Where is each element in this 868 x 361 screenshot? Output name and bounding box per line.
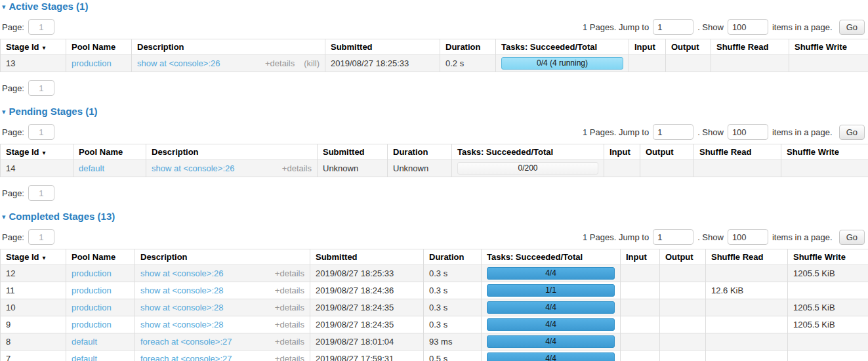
column-header-stage-id[interactable]: Stage Id▾	[1, 39, 66, 55]
details-link[interactable]: +details	[275, 286, 304, 295]
column-header-label: Shuffle Write	[795, 42, 847, 52]
go-button[interactable]: Go	[839, 230, 865, 245]
go-button[interactable]: Go	[839, 125, 865, 140]
pool-name-link[interactable]: production	[72, 58, 112, 68]
table-body: 14defaultshow at <console>:26+detailsUnk…	[1, 160, 868, 177]
show-size-input[interactable]	[728, 124, 768, 140]
cell-shuffle-read	[706, 350, 788, 361]
column-header-shuffle-read[interactable]: Shuffle Read	[706, 249, 788, 265]
description-link[interactable]: show at <console>:28	[140, 320, 223, 329]
description-link[interactable]: foreach at <console>:27	[140, 337, 232, 347]
column-header-pool-name[interactable]: Pool Name	[73, 144, 146, 160]
column-header-submitted[interactable]: Submitted	[325, 39, 440, 55]
column-header-stage-id[interactable]: Stage Id▾	[1, 249, 66, 265]
jump-to-input[interactable]	[653, 229, 693, 245]
page-input[interactable]	[28, 19, 54, 35]
column-header-output[interactable]: Output	[660, 249, 706, 265]
section-heading-pending[interactable]: ▾Pending Stages (1)	[2, 106, 868, 117]
page-input[interactable]	[28, 124, 54, 140]
cell-shuffle-read	[711, 55, 789, 72]
column-header-label: Duration	[429, 252, 464, 262]
details-link[interactable]: +details	[275, 268, 304, 278]
pool-name-link[interactable]: default	[79, 163, 104, 173]
column-header-description[interactable]: Description	[135, 249, 310, 265]
column-header-label: Description	[140, 252, 188, 262]
pager-left: Page:	[2, 124, 54, 140]
cell-duration: 0.5 s	[424, 350, 482, 361]
page-input[interactable]	[28, 229, 54, 245]
pool-name-link[interactable]: production	[72, 303, 112, 312]
description-link[interactable]: show at <console>:26	[140, 268, 223, 278]
column-header-shuffle-write[interactable]: Shuffle Write	[781, 144, 868, 160]
column-header-label: Output	[646, 147, 674, 157]
description-link[interactable]: show at <console>:28	[140, 303, 223, 312]
page-input[interactable]	[28, 185, 54, 201]
cell-output	[660, 282, 706, 299]
section-heading-active[interactable]: ▾Active Stages (1)	[2, 1, 868, 12]
column-header-input[interactable]: Input	[604, 144, 640, 160]
column-header-tasks[interactable]: Tasks: Succeeded/Total	[496, 39, 629, 55]
pages-jump-label: 1 Pages. Jump to	[583, 127, 649, 137]
description-link[interactable]: show at <console>:28	[140, 286, 223, 295]
page-label: Page:	[2, 83, 24, 93]
description-link[interactable]: show at <console>:26	[137, 58, 220, 68]
go-button[interactable]: Go	[839, 20, 865, 35]
column-header-shuffle-read[interactable]: Shuffle Read	[694, 144, 781, 160]
details-link[interactable]: +details	[275, 354, 304, 361]
show-size-input[interactable]	[728, 19, 768, 35]
cell-shuffle-write: 1205.5 KiB	[788, 265, 868, 282]
column-header-output[interactable]: Output	[640, 144, 694, 160]
jump-to-input[interactable]	[653, 124, 693, 140]
tasks-progress-label: 4/4	[545, 337, 556, 346]
column-header-pool-name[interactable]: Pool Name	[66, 39, 132, 55]
jump-to-input[interactable]	[653, 19, 693, 35]
details-link[interactable]: +details	[275, 303, 304, 312]
pool-name-link[interactable]: production	[72, 286, 112, 295]
column-header-tasks[interactable]: Tasks: Succeeded/Total	[452, 144, 604, 160]
column-header-input[interactable]: Input	[629, 39, 666, 55]
kill-link[interactable]: (kill)	[304, 58, 320, 68]
pool-name-link[interactable]: default	[72, 337, 97, 347]
column-header-duration[interactable]: Duration	[388, 144, 452, 160]
column-header-output[interactable]: Output	[666, 39, 711, 55]
column-header-duration[interactable]: Duration	[424, 249, 482, 265]
column-header-shuffle-read[interactable]: Shuffle Read	[711, 39, 789, 55]
table-row: 13productionshow at <console>:26+details…	[1, 55, 868, 72]
cell-tasks: 4/4	[482, 333, 621, 350]
table-header: Stage Id▾Pool NameDescriptionSubmittedDu…	[1, 39, 868, 55]
column-header-stage-id[interactable]: Stage Id▾	[1, 144, 73, 160]
column-header-tasks[interactable]: Tasks: Succeeded/Total	[482, 249, 621, 265]
cell-shuffle-write	[789, 55, 868, 72]
items-per-page-label: items in a page.	[772, 22, 833, 32]
column-header-pool-name[interactable]: Pool Name	[66, 249, 135, 265]
column-header-input[interactable]: Input	[621, 249, 660, 265]
pool-name-link[interactable]: default	[72, 354, 97, 361]
details-link[interactable]: +details	[275, 320, 304, 329]
tasks-progress-label: 0/4 (4 running)	[537, 58, 588, 68]
column-header-shuffle-write[interactable]: Shuffle Write	[789, 39, 868, 55]
details-link[interactable]: +details	[275, 337, 304, 347]
description-link[interactable]: show at <console>:26	[152, 163, 234, 173]
column-header-shuffle-write[interactable]: Shuffle Write	[788, 249, 868, 265]
show-size-input[interactable]	[728, 229, 768, 245]
details-link[interactable]: +details	[282, 163, 312, 173]
column-header-description[interactable]: Description	[132, 39, 325, 55]
collapse-arrow-icon: ▾	[2, 108, 6, 116]
cell-input	[621, 299, 660, 316]
column-header-submitted[interactable]: Submitted	[318, 144, 388, 160]
cell-pool-name: production	[66, 282, 135, 299]
page-input[interactable]	[28, 80, 54, 96]
description-link[interactable]: foreach at <console>:27	[140, 354, 232, 361]
collapse-arrow-icon: ▾	[2, 213, 6, 221]
column-header-submitted[interactable]: Submitted	[310, 249, 424, 265]
column-header-description[interactable]: Description	[146, 144, 318, 160]
details-link[interactable]: +details	[265, 58, 295, 68]
section-heading-completed[interactable]: ▾Completed Stages (13)	[2, 211, 868, 223]
cell-duration: 0.3 s	[424, 299, 482, 316]
section-title: Active Stages (1)	[9, 1, 89, 12]
column-header-duration[interactable]: Duration	[440, 39, 496, 55]
pool-name-link[interactable]: production	[72, 268, 112, 278]
pool-name-link[interactable]: production	[72, 320, 112, 329]
cell-output	[660, 265, 706, 282]
cell-shuffle-write: 1205.5 KiB	[788, 316, 868, 333]
